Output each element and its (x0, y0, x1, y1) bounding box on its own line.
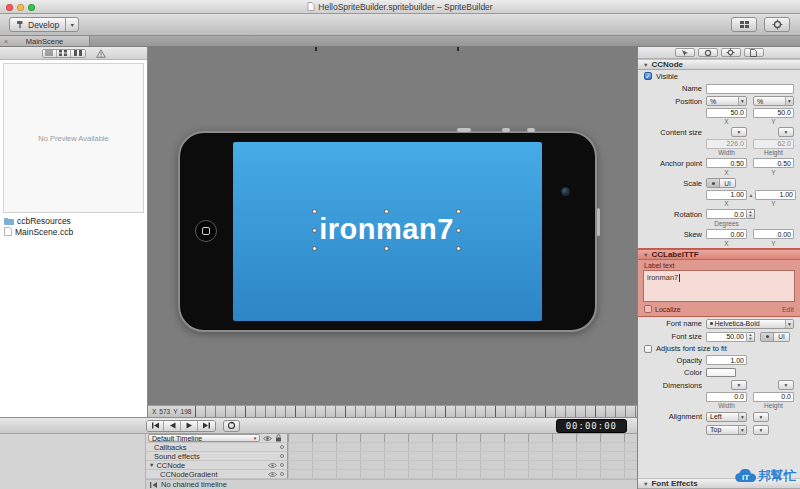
gear-icon (726, 48, 735, 57)
develop-button[interactable]: Develop ▾ (9, 17, 79, 32)
playback-controls (146, 420, 216, 432)
vertical-alignment-stepper[interactable]: ▾ (753, 425, 769, 435)
scale-lock-icon[interactable]: ▴ (747, 192, 755, 198)
chained-timeline-bar[interactable]: No chained timeline (146, 479, 637, 489)
keyframe-dot-icon[interactable] (280, 445, 284, 449)
scale-ui-option[interactable]: UI (719, 179, 735, 187)
scale-x-field[interactable]: 1.00 (706, 190, 747, 200)
skip-to-start-button[interactable] (147, 421, 164, 431)
ccnode-section-header[interactable]: ▼ CCNode (638, 59, 800, 70)
dimensions-height-field[interactable]: 0.0 (753, 392, 794, 402)
scale-y-field[interactable]: 1.00 (755, 190, 796, 200)
disclosure-icon[interactable]: ▼ (643, 62, 648, 68)
timeline-ruler[interactable] (288, 434, 637, 443)
opacity-field[interactable]: 1.00 (706, 355, 747, 365)
close-icon[interactable]: × (4, 38, 8, 45)
warnings-button[interactable] (96, 49, 106, 58)
timeline-select[interactable]: Default Timeline▾ (148, 434, 260, 442)
cclabelttf-section-header[interactable]: ▼ CCLabelTTF (638, 249, 800, 260)
column-view-button[interactable] (71, 50, 85, 57)
zoom-window-button[interactable] (28, 4, 35, 11)
content-height-unit-stepper[interactable]: ▾ (778, 127, 794, 137)
close-window-button[interactable] (6, 4, 13, 11)
file-item-ccbresources[interactable]: ccbResources (0, 215, 147, 226)
resize-handle-mr[interactable] (456, 228, 461, 233)
code-connections-tab[interactable] (698, 48, 718, 57)
keyframe-dot-icon[interactable] (280, 463, 284, 467)
keyframe-dot-icon[interactable] (280, 454, 284, 458)
skew-x-field[interactable]: 0.00 (706, 229, 747, 239)
position-y-unit-select[interactable]: %▾ (753, 96, 794, 106)
skip-to-end-button[interactable] (198, 421, 215, 431)
tab-mainscene[interactable]: × MainScene (0, 36, 90, 46)
rotation-field[interactable]: 0.0 (706, 209, 747, 219)
step-back-button[interactable] (164, 421, 181, 431)
anchor-y-field[interactable]: 0.50 (753, 158, 794, 168)
eye-icon[interactable] (268, 462, 277, 469)
name-field[interactable] (706, 84, 794, 94)
adjusts-row: Adjusts font size to fit (638, 343, 800, 354)
edit-button[interactable]: Edit (782, 306, 794, 313)
resize-handle-tm[interactable] (384, 209, 389, 214)
adjusts-font-checkbox[interactable] (644, 345, 652, 353)
rotation-stepper[interactable]: ▴▾ (747, 209, 755, 219)
chevron-down-icon[interactable]: ▾ (65, 18, 78, 31)
position-y-field[interactable]: 50.0 (753, 108, 794, 118)
file-item-mainscene[interactable]: MainScene.ccb (0, 226, 147, 237)
scene-canvas[interactable]: ironman7 X573 Y198 (148, 47, 637, 417)
dimensions-width-unit-stepper[interactable]: ▾ (731, 380, 747, 390)
color-swatch[interactable] (706, 368, 736, 377)
resize-handle-br[interactable] (456, 246, 461, 251)
resize-handle-tr[interactable] (456, 209, 461, 214)
label-text-textarea[interactable]: ironman7 (643, 270, 795, 302)
resize-handle-bl[interactable] (312, 246, 317, 251)
disclosure-icon[interactable]: ▼ (149, 462, 154, 468)
settings-button[interactable] (764, 17, 790, 32)
play-button[interactable] (181, 421, 198, 431)
content-width-unit-stepper[interactable]: ▾ (731, 127, 747, 137)
scale-absolute-option[interactable] (707, 179, 719, 187)
skew-y-field[interactable]: 0.00 (753, 229, 794, 239)
font-name-select[interactable]: Helvetica-Bold ▾ (706, 319, 794, 329)
anchor-x-field[interactable]: 0.50 (706, 158, 747, 168)
dimensions-width-field[interactable]: 0.0 (706, 392, 747, 402)
localize-checkbox[interactable] (644, 305, 652, 313)
lock-column-button[interactable] (275, 434, 282, 442)
disclosure-icon[interactable]: ▼ (643, 252, 648, 258)
timeline-track[interactable] (288, 452, 637, 461)
eye-icon[interactable] (268, 471, 277, 478)
icon-view-button[interactable] (57, 50, 71, 57)
disclosure-icon[interactable]: ▼ (643, 481, 648, 487)
physics-tab[interactable] (721, 48, 741, 57)
font-size-stepper[interactable]: ▴▾ (747, 332, 755, 342)
font-size-ui-option[interactable]: UI (773, 333, 789, 341)
resize-handle-bm[interactable] (384, 246, 389, 251)
alignment-stepper[interactable]: ▾ (753, 412, 769, 422)
layout-toggle-button[interactable] (731, 17, 757, 32)
font-size-field[interactable]: 50.00 (706, 332, 747, 342)
label-selection-box[interactable]: ironman7 (315, 212, 458, 248)
font-size-absolute-option[interactable] (761, 333, 773, 341)
anchor-point-indicator[interactable] (385, 228, 389, 232)
vertical-alignment-select[interactable]: Top▾ (706, 425, 747, 435)
loop-button[interactable] (223, 420, 240, 432)
selection-guide-mark (315, 47, 317, 51)
position-x-field[interactable]: 50.0 (706, 108, 747, 118)
visible-checkbox[interactable]: ✓ (644, 72, 652, 80)
icon-view-icon (59, 50, 67, 56)
keyframe-dot-icon[interactable] (280, 472, 284, 476)
minimize-window-button[interactable] (17, 4, 24, 11)
selection-guide-mark (457, 47, 459, 51)
alignment-select[interactable]: Left▾ (706, 412, 747, 422)
visibility-column-button[interactable] (263, 435, 272, 442)
dimensions-height-unit-stepper[interactable]: ▾ (778, 380, 794, 390)
timeline-track[interactable] (288, 461, 637, 470)
position-x-unit-select[interactable]: %▾ (706, 96, 747, 106)
template-tab[interactable] (744, 48, 764, 57)
item-properties-tab[interactable] (675, 48, 695, 57)
timeline-track[interactable] (288, 470, 637, 479)
resize-handle-ml[interactable] (312, 228, 317, 233)
resize-handle-tl[interactable] (312, 209, 317, 214)
list-view-button[interactable] (43, 50, 57, 57)
timeline-track[interactable] (288, 443, 637, 452)
